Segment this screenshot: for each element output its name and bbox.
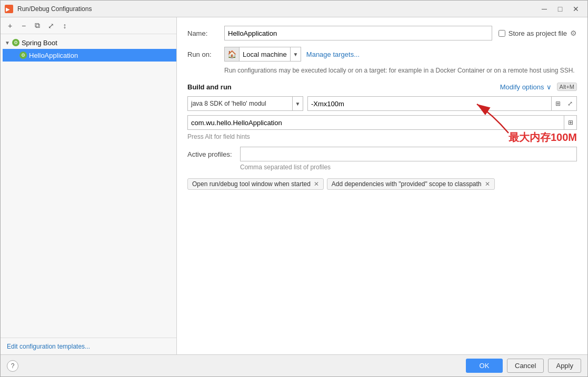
main-panel: Name: Store as project file ⚙ Run on: 🏠 …	[177, 17, 587, 354]
vm-expand-button[interactable]: ⊞	[551, 97, 564, 110]
vm-fullscreen-button[interactable]: ⤢	[564, 97, 576, 110]
ok-button[interactable]: OK	[466, 359, 503, 373]
active-profiles-label: Active profiles:	[187, 150, 240, 158]
sidebar-toolbar: + − ⧉ ⤢ ↕	[1, 17, 176, 34]
tree-expand-arrow: ▼	[5, 40, 10, 46]
sdk-select-text: java 8 SDK of 'hello' modul	[188, 100, 292, 107]
vm-options-wrap: ⊞ ⤢	[307, 96, 577, 111]
modify-options-button[interactable]: Modify options ∨	[500, 83, 552, 91]
alt-hint-text: Press Alt for field hints	[187, 133, 577, 140]
title-bar-left: ▶ Run/Debug Configurations	[5, 5, 92, 13]
sdk-dropdown-arrow[interactable]: ▼	[292, 97, 303, 110]
edit-templates-link[interactable]: Edit configuration templates...	[7, 343, 90, 350]
home-icon: 🏠	[225, 47, 240, 61]
apply-button[interactable]: Apply	[548, 359, 581, 373]
run-config-info: Run configurations may be executed local…	[224, 66, 577, 75]
title-bar-controls: ─ □ ✕	[537, 3, 583, 15]
svg-text:▶: ▶	[6, 6, 10, 12]
run-on-select[interactable]: 🏠 Local machine ▼	[224, 47, 301, 62]
manage-targets-link[interactable]: Manage targets...	[306, 50, 360, 58]
store-project-checkbox[interactable]	[499, 30, 505, 37]
content-area: + − ⧉ ⤢ ↕ ▼ ⚙ Spring Boot ⚙ HelloApplica…	[1, 17, 587, 354]
sidebar-footer: Edit configuration templates...	[1, 338, 176, 354]
tree-group-label: Spring Boot	[22, 39, 57, 47]
sort-config-button[interactable]: ↕	[58, 19, 71, 32]
hello-app-icon: ⚙	[19, 52, 27, 59]
profiles-hint: Comma separated list of profiles	[240, 164, 577, 171]
title-bar: ▶ Run/Debug Configurations ─ □ ✕	[1, 1, 587, 17]
build-run-title: Build and run	[187, 83, 232, 91]
spring-boot-icon: ⚙	[12, 39, 19, 46]
bottom-actions: OK Cancel Apply	[466, 359, 581, 373]
name-label: Name:	[187, 29, 224, 37]
run-on-value: Local machine	[240, 50, 290, 58]
modify-options-area: Modify options ∨ Alt+M	[500, 83, 577, 91]
store-gear-icon[interactable]: ⚙	[570, 29, 577, 37]
active-profiles-row: Active profiles:	[187, 147, 577, 161]
sdk-select[interactable]: java 8 SDK of 'hello' modul ▼	[187, 96, 303, 111]
active-profiles-input[interactable]	[240, 147, 577, 161]
close-button[interactable]: ✕	[569, 3, 583, 15]
tag-open-run-window-text: Open run/debug tool window when started	[192, 180, 311, 188]
help-button[interactable]: ?	[7, 360, 18, 372]
window-title: Run/Debug Configurations	[17, 5, 92, 13]
minimize-button[interactable]: ─	[537, 3, 552, 15]
tree-group-spring-boot[interactable]: ▼ ⚙ Spring Boot	[1, 36, 176, 49]
name-row: Name: Store as project file ⚙	[187, 26, 577, 40]
modify-options-label: Modify options	[500, 83, 544, 91]
move-config-button[interactable]: ⤢	[45, 19, 57, 32]
name-input[interactable]	[224, 26, 492, 40]
maximize-button[interactable]: □	[553, 3, 567, 15]
run-debug-config-window: ▶ Run/Debug Configurations ─ □ ✕ + − ⧉ ⤢…	[0, 0, 588, 377]
copy-config-button[interactable]: ⧉	[31, 19, 44, 32]
sidebar: + − ⧉ ⤢ ↕ ▼ ⚙ Spring Boot ⚙ HelloApplica…	[1, 17, 177, 354]
tree-item-label: HelloApplication	[29, 52, 78, 59]
vm-options-input[interactable]	[308, 97, 551, 110]
run-on-row: Run on: 🏠 Local machine ▼ Manage targets…	[187, 47, 577, 62]
tree-group-children: ⚙ HelloApplication	[1, 49, 176, 62]
run-on-dropdown-arrow[interactable]: ▼	[290, 47, 301, 61]
config-tags-row: Open run/debug tool window when started …	[187, 178, 577, 190]
add-config-button[interactable]: +	[4, 19, 16, 32]
tag-open-run-window: Open run/debug tool window when started …	[187, 178, 324, 190]
bottom-bar: ? OK Cancel Apply	[1, 354, 587, 376]
store-project-label: Store as project file	[509, 29, 567, 37]
store-project-file-row: Store as project file ⚙	[499, 29, 577, 37]
modify-options-shortcut: Alt+M	[557, 83, 577, 91]
tag-add-dependencies-text: Add dependencies with "provided" scope t…	[332, 180, 482, 188]
app-icon: ▶	[5, 5, 13, 13]
sidebar-tree: ▼ ⚙ Spring Boot ⚙ HelloApplication	[1, 34, 176, 338]
tree-item-hello-application[interactable]: ⚙ HelloApplication	[3, 49, 176, 62]
main-class-row: ⊞	[187, 115, 577, 130]
tag-add-dependencies-close[interactable]: ✕	[485, 181, 490, 187]
main-class-expand-button[interactable]: ⊞	[564, 116, 576, 129]
modify-options-chevron: ∨	[546, 83, 552, 91]
build-run-section-header: Build and run Modify options ∨ Alt+M	[187, 83, 577, 91]
main-class-input[interactable]	[188, 116, 564, 129]
remove-config-button[interactable]: −	[17, 19, 30, 32]
run-on-label: Run on:	[187, 50, 224, 58]
tag-open-run-window-close[interactable]: ✕	[314, 181, 319, 187]
tag-add-dependencies: Add dependencies with "provided" scope t…	[327, 178, 495, 190]
sdk-vm-row: java 8 SDK of 'hello' modul ▼ ⊞ ⤢	[187, 96, 577, 111]
cancel-button[interactable]: Cancel	[507, 359, 544, 373]
